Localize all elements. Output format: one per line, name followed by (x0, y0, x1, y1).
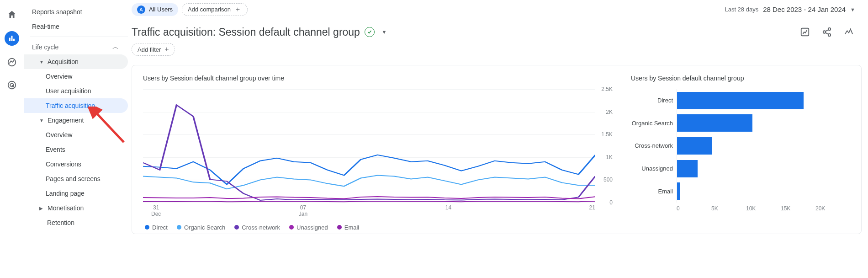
bar-chart-area[interactable]: DirectOrganic SearchCross-networkUnassig… (631, 89, 850, 203)
customize-report-icon[interactable] (799, 26, 811, 38)
x-axis-label: 14 (445, 204, 451, 218)
bar-chart: Users by Session default channel group D… (631, 75, 850, 231)
line-chart-area[interactable]: 05001K1.5K2K2.5K (143, 89, 613, 203)
sidebar-item-conversions[interactable]: Conversions (24, 157, 128, 171)
report-nav-sidebar: Reports snapshot Real-time Life cycle ︿ … (24, 0, 128, 278)
sidebar-item-user-acquisition[interactable]: User acquisition (24, 84, 128, 98)
bar-category-label: Email (631, 188, 673, 195)
add-comparison-label: Add comparison (188, 6, 231, 13)
add-comparison-button[interactable]: Add comparison ＋ (182, 3, 248, 16)
page-title: Traffic acquisition: Session default cha… (132, 26, 360, 38)
reports-icon[interactable] (5, 31, 19, 46)
sidebar-item-label: Engagement (48, 117, 84, 124)
insights-icon[interactable] (842, 26, 855, 38)
line-series (143, 175, 595, 189)
advertising-icon[interactable] (5, 79, 18, 91)
sidebar-item-label: Monetisation (48, 204, 84, 212)
legend-swatch-icon (177, 225, 181, 230)
line-series (143, 155, 595, 184)
legend-item[interactable]: Cross-network (234, 224, 280, 231)
date-range-picker[interactable]: Last 28 days 28 Dec 2023 - 24 Jan 2024 ▼ (725, 5, 855, 13)
chevron-up-icon: ︿ (112, 43, 119, 51)
legend-swatch-icon (145, 225, 149, 230)
legend-label: Organic Search (184, 224, 225, 231)
bar-category-label: Direct (631, 97, 673, 104)
sidebar-item-overview[interactable]: Overview (24, 128, 128, 142)
sidebar-divider (30, 37, 128, 37)
caret-down-icon: ▼ (39, 118, 44, 123)
verified-badge-icon[interactable] (365, 27, 375, 37)
topbar: A All Users Add comparison ＋ Last 28 day… (128, 0, 868, 19)
dimension-dropdown-button[interactable]: ▼ (379, 27, 389, 37)
bar-category-labels: DirectOrganic SearchCross-networkUnassig… (631, 89, 677, 203)
legend-swatch-icon (234, 225, 239, 230)
x-axis-label: 0 (677, 205, 711, 212)
sidebar-item-reports-snapshot[interactable]: Reports snapshot (24, 5, 128, 19)
svg-rect-0 (9, 38, 11, 42)
bar (677, 182, 680, 200)
sidebar-item-landing[interactable]: Landing page (24, 186, 128, 201)
sidebar-section-label: Life cycle (32, 43, 58, 51)
sidebar-item-events[interactable]: Events (24, 142, 128, 157)
x-axis-ticks: 31Dec07Jan1421 (143, 203, 613, 218)
y-axis-label: 2.5K (601, 86, 613, 92)
sidebar-item-monetisation[interactable]: ▶ Monetisation (24, 201, 128, 215)
legend-swatch-icon (337, 225, 342, 230)
icon-rail (0, 0, 24, 278)
sidebar-section-life-cycle[interactable]: Life cycle ︿ (24, 40, 128, 54)
home-icon[interactable] (5, 8, 18, 21)
segment-chip-all-users[interactable]: A All Users (132, 3, 178, 16)
sidebar-item-pages[interactable]: Pages and screens (24, 171, 128, 186)
segment-avatar-icon: A (137, 5, 145, 14)
sidebar-item-traffic-acquisition[interactable]: Traffic acquisition (24, 98, 128, 113)
x-axis-ticks: 05K10K15K20K (631, 203, 850, 212)
header-actions (799, 26, 855, 38)
x-axis-label: 10K (746, 205, 781, 212)
legend-item[interactable]: Organic Search (177, 224, 225, 231)
charts-card: Users by Session default channel group o… (132, 65, 862, 234)
plus-icon: ＋ (234, 6, 242, 13)
legend-item[interactable]: Unassigned (289, 224, 328, 231)
filter-row: Add filter + (128, 42, 868, 62)
date-range-value: 28 Dec 2023 - 24 Jan 2024 (763, 5, 846, 13)
sidebar-item-acquisition[interactable]: ▼ Acquisition (24, 54, 128, 69)
legend-label: Unassigned (296, 224, 328, 231)
legend-swatch-icon (289, 225, 294, 230)
line-series (143, 197, 595, 198)
date-range-label: Last 28 days (725, 6, 758, 13)
x-axis-label: 31Dec (151, 204, 161, 218)
chart-legend: DirectOrganic SearchCross-networkUnassig… (143, 218, 613, 231)
bar (677, 160, 698, 177)
svg-point-8 (823, 31, 826, 33)
page-header: Traffic acquisition: Session default cha… (128, 19, 868, 42)
x-axis-label: 07Jan (299, 204, 307, 218)
chart-title: Users by Session default channel group o… (143, 75, 613, 82)
add-filter-button[interactable]: Add filter + (132, 43, 175, 56)
svg-rect-2 (13, 39, 15, 41)
line-series (143, 105, 595, 200)
explore-icon[interactable] (5, 56, 18, 69)
y-axis-label: 2K (606, 109, 613, 115)
x-axis-label: 15K (781, 205, 815, 212)
sidebar-item-retention[interactable]: Retention (24, 215, 128, 230)
share-icon[interactable] (820, 26, 833, 38)
legend-item[interactable]: Direct (145, 224, 168, 231)
legend-label: Email (344, 224, 360, 231)
bar (677, 114, 752, 132)
sidebar-item-engagement[interactable]: ▼ Engagement (24, 113, 128, 128)
svg-point-7 (828, 28, 831, 31)
legend-label: Cross-network (242, 224, 280, 231)
y-axis-label: 0 (609, 199, 613, 206)
y-axis-label: 1K (606, 154, 613, 160)
sidebar-item-overview[interactable]: Overview (24, 69, 128, 84)
sidebar-item-realtime[interactable]: Real-time (24, 19, 128, 34)
caret-down-icon: ▼ (381, 29, 386, 35)
caret-right-icon: ▶ (39, 206, 44, 211)
svg-rect-6 (801, 28, 809, 36)
legend-item[interactable]: Email (337, 224, 360, 231)
plus-icon: + (164, 45, 169, 53)
add-filter-label: Add filter (138, 46, 161, 53)
svg-point-9 (828, 34, 831, 37)
x-axis-label: 20K (815, 205, 850, 212)
bar (677, 137, 712, 155)
